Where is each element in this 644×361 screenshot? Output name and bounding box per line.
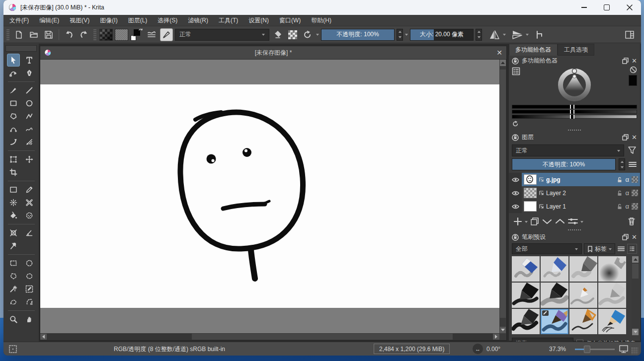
value-slider[interactable] (512, 105, 637, 109)
minimize-button[interactable] (572, 0, 595, 15)
layer-menu-icon[interactable] (628, 160, 637, 168)
tool-text[interactable] (23, 54, 36, 67)
tool-edit-shapes[interactable] (7, 67, 20, 79)
brush-editor-button[interactable] (160, 28, 173, 41)
brush-menu-icon[interactable] (617, 245, 625, 253)
tool-color-sampler[interactable] (23, 183, 36, 196)
canvas-rotation-icon[interactable]: ↔ (473, 344, 483, 354)
float-docker-icon[interactable] (622, 134, 629, 141)
brush-preset-pencil[interactable] (598, 309, 626, 334)
tool-measure[interactable] (23, 226, 36, 239)
chevron-down-icon[interactable] (525, 221, 528, 224)
vertical-scroll-thumb[interactable] (500, 70, 506, 318)
tool-polygon-select[interactable] (7, 270, 20, 283)
preserve-alpha-button[interactable] (286, 28, 299, 41)
chevron-down-icon[interactable] (405, 34, 408, 37)
move-layer-up-icon[interactable] (555, 217, 565, 226)
alpha-lock-icon[interactable]: α (625, 203, 629, 210)
rotation-value[interactable]: 0.00° (486, 342, 500, 356)
brush-preset-basic-selected[interactable] (541, 309, 568, 334)
new-document-button[interactable] (12, 28, 25, 41)
visibility-eye-icon[interactable] (512, 204, 519, 210)
toolbar-grip[interactable] (6, 29, 9, 40)
menu-image[interactable]: 图像(I) (100, 16, 117, 25)
brush-preset-marker[interactable] (541, 283, 568, 308)
tool-bezier-select[interactable] (7, 295, 20, 308)
inherit-alpha-icon[interactable] (632, 176, 638, 183)
tool-crop[interactable] (7, 166, 20, 179)
brush-scroll-thumb[interactable] (632, 264, 639, 279)
tool-freehand-path[interactable] (23, 123, 36, 136)
brush-filter-combo[interactable]: 全部 (512, 243, 582, 254)
horizontal-scroll-thumb[interactable] (192, 334, 453, 340)
tool-contiguous-select[interactable] (23, 283, 36, 295)
close-docker-icon[interactable]: ✕ (632, 57, 637, 65)
menu-help[interactable]: 帮助(H) (311, 16, 331, 25)
saturation-slider[interactable] (512, 110, 637, 114)
brush-size-spinner[interactable] (476, 29, 482, 41)
scroll-down-button[interactable] (500, 327, 506, 333)
brush-preset-airbrush-linear[interactable] (569, 256, 597, 282)
tool-gradient[interactable] (7, 183, 20, 196)
chevron-down-icon[interactable] (526, 34, 529, 37)
menu-settings[interactable]: 设置(N) (248, 16, 269, 25)
brush-preset-eraser-soft[interactable] (541, 256, 568, 282)
tool-dynamic-brush[interactable] (7, 136, 20, 148)
reload-preset-button[interactable] (301, 28, 314, 41)
tool-colorize-mask[interactable] (7, 196, 20, 209)
canvas[interactable] (40, 84, 499, 308)
blend-mode-combo[interactable]: 正常 (175, 29, 269, 41)
canvas-scroll-area[interactable] (40, 60, 499, 333)
selector-settings-icon[interactable] (512, 67, 520, 75)
foreground-background-colors[interactable] (130, 28, 143, 41)
layer-properties-icon[interactable] (567, 217, 578, 226)
tool-move[interactable] (23, 153, 36, 166)
scroll-up-button[interactable] (632, 256, 639, 263)
detail-view-button[interactable] (627, 244, 637, 254)
save-button[interactable] (42, 28, 55, 41)
opacity-slider[interactable]: 不透明度: 100% (321, 29, 395, 41)
layer-lock-icon[interactable] (617, 190, 623, 196)
layer-opacity-slider[interactable]: 不透明度: 100% (512, 158, 616, 170)
slider-handle[interactable] (570, 105, 574, 109)
tool-freehand-brush[interactable] (7, 84, 20, 97)
tool-line[interactable] (23, 84, 36, 97)
chevron-down-icon[interactable] (316, 34, 319, 37)
close-docker-icon[interactable]: ✕ (632, 233, 637, 241)
layers-docker-header[interactable]: 图层 ✕ (509, 132, 640, 143)
zoom-slider[interactable] (575, 349, 615, 350)
layer-row-gjpg[interactable]: g.jpg α (509, 173, 640, 186)
brush-preset-ink-brush[interactable] (512, 309, 540, 334)
toolbar-grip[interactable] (93, 29, 96, 40)
menu-layer[interactable]: 图层(L) (128, 16, 148, 25)
scroll-up-button[interactable] (500, 60, 506, 66)
brush-preset-pen-soft[interactable] (598, 283, 626, 308)
workspace-chooser-button[interactable] (623, 28, 636, 41)
close-docker-icon[interactable]: ✕ (632, 134, 637, 141)
brush-preset-ink-pen[interactable] (512, 283, 540, 308)
fit-screen-icon[interactable] (619, 345, 629, 354)
update-color-icon[interactable] (512, 120, 519, 128)
horizontal-scrollbar[interactable] (40, 333, 499, 340)
redo-button[interactable] (78, 28, 90, 41)
tool-polygon[interactable] (7, 110, 20, 123)
visibility-eye-icon[interactable] (512, 177, 519, 183)
brush-presets-popup-button[interactable] (145, 28, 158, 41)
image-dimensions[interactable]: 2,484 x 1,200 (29.6 MiB) (374, 344, 450, 354)
tool-smart-patch[interactable] (23, 196, 36, 209)
tool-enclose-and-fill[interactable] (23, 209, 36, 222)
document-tab[interactable]: [未保存图像] * ✕ (40, 46, 506, 60)
docker-splitter[interactable] (509, 128, 640, 132)
undo-button[interactable] (63, 28, 76, 41)
menu-filter[interactable]: 滤镜(R) (188, 16, 208, 25)
tab-advanced-color-selector[interactable]: 多功能拾色器 (509, 44, 558, 56)
colorspace-status[interactable]: RGB/透明度 (8 位整数/通道) sRGB built-in (114, 342, 225, 356)
layer-lock-icon[interactable] (617, 204, 623, 210)
brush-preset-fineliner[interactable] (569, 283, 597, 308)
selection-mode-icon[interactable] (8, 345, 17, 354)
tool-bezier-curve[interactable] (7, 123, 20, 136)
layer-filter-icon[interactable] (627, 145, 637, 155)
tool-magnetic-select[interactable] (23, 295, 36, 308)
resize-grip[interactable] (631, 347, 638, 354)
tab-tool-options[interactable]: 工具选项 (558, 44, 594, 56)
